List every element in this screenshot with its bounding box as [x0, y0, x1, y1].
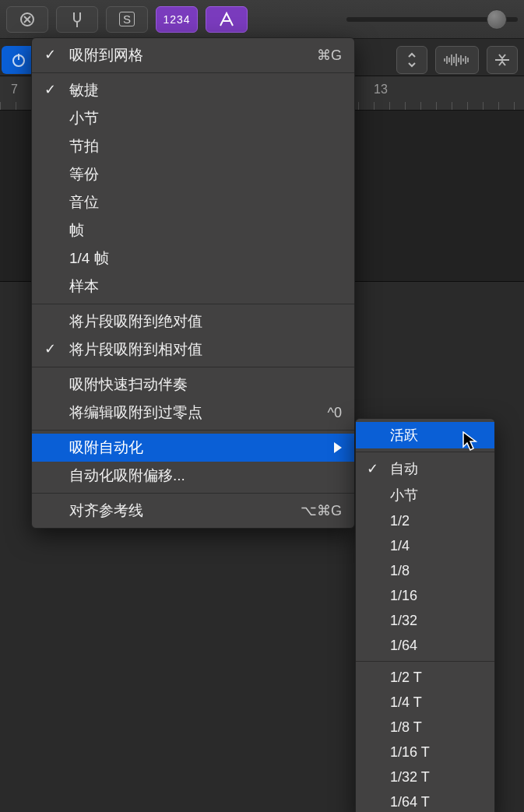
check-icon: ✓: [44, 81, 56, 98]
power-icon: [10, 51, 27, 69]
submenu-1-8t[interactable]: 1/8 T: [356, 715, 494, 740]
automation-button[interactable]: [206, 6, 248, 33]
menu-label: 1/64 T: [390, 794, 430, 810]
check-icon: ✓: [367, 460, 378, 477]
submenu-auto[interactable]: ✓ 自动: [356, 455, 494, 482]
menu-smart[interactable]: ✓ 敏捷: [32, 76, 354, 104]
submenu-arrow-icon: [334, 442, 342, 453]
submenu-1-16[interactable]: 1/16: [356, 583, 494, 608]
close-icon: [20, 12, 34, 26]
waveform-button[interactable]: [435, 46, 479, 74]
menu-snap-to-grid[interactable]: ✓ 吸附到网格 ⌘G: [32, 41, 354, 69]
menu-snap-zero[interactable]: 将编辑吸附到过零点 ^0: [32, 399, 354, 427]
vcenter-button[interactable]: [487, 46, 518, 74]
close-button[interactable]: [6, 6, 48, 33]
updown-icon: [406, 51, 417, 69]
menu-shortcut: ^0: [328, 405, 342, 421]
menu-snap-automation[interactable]: 吸附自动化: [32, 434, 354, 462]
menu-separator: [32, 430, 354, 431]
submenu-1-32t[interactable]: 1/32 T: [356, 765, 494, 789]
zoom-slider-knob[interactable]: [487, 9, 507, 30]
submenu-1-16t[interactable]: 1/16 T: [356, 740, 494, 765]
menu-label: 样本: [69, 276, 99, 297]
menu-label: 小节: [69, 108, 99, 128]
menu-label: 1/2 T: [390, 670, 422, 686]
menu-label: 1/4 帧: [69, 248, 109, 269]
tuning-fork-icon: [70, 11, 84, 28]
submenu-1-2[interactable]: 1/2: [356, 508, 494, 533]
menu-label: 对齐参考线: [69, 501, 143, 521]
menu-label: 1/2: [390, 513, 410, 529]
solo-button[interactable]: S: [106, 6, 148, 33]
menu-label: 小节: [390, 486, 418, 504]
menu-label: 自动化吸附偏移...: [69, 466, 185, 486]
menu-label: 音位: [69, 192, 99, 213]
menu-label: 吸附到网格: [69, 45, 143, 65]
submenu-1-64t[interactable]: 1/64 T: [356, 789, 494, 812]
check-icon: ✓: [44, 340, 56, 357]
vcenter-icon: [494, 52, 511, 68]
menu-label: 1/32 T: [390, 769, 430, 786]
menu-separator: [32, 493, 354, 494]
submenu-1-2t[interactable]: 1/2 T: [356, 665, 494, 690]
menu-label: 节拍: [69, 136, 99, 156]
menu-label: 1/8: [390, 563, 410, 579]
snap-automation-submenu: 活跃 ✓ 自动 小节 1/2 1/4 1/8 1/16 1/32 1/64 1/…: [355, 418, 495, 812]
submenu-1-8[interactable]: 1/8: [356, 558, 494, 583]
ruler-marker-13: 13: [374, 83, 388, 97]
menu-quarter-frames[interactable]: 1/4 帧: [32, 244, 354, 272]
waveform-icon: [443, 53, 471, 67]
menu-separator: [32, 367, 354, 367]
menu-label: 吸附快速扫动伴奏: [69, 374, 188, 395]
menu-division[interactable]: 等份: [32, 160, 354, 188]
menu-frames[interactable]: 帧: [32, 216, 354, 244]
menu-separator: [356, 661, 494, 662]
submenu-1-4[interactable]: 1/4: [356, 533, 494, 558]
menu-samples[interactable]: 样本: [32, 272, 354, 301]
snap-button[interactable]: 1234: [156, 6, 198, 33]
menu-shortcut: ⌥⌘G: [301, 502, 342, 519]
menu-label: 帧: [69, 220, 84, 241]
menu-label: 吸附自动化: [69, 438, 143, 458]
menu-label: 1/32: [390, 613, 417, 629]
menu-snap-relative[interactable]: ✓ 将片段吸附到相对值: [32, 336, 354, 364]
snap-context-menu: ✓ 吸附到网格 ⌘G ✓ 敏捷 小节 节拍 等份 音位 帧 1/4 帧 样本 将…: [31, 37, 355, 529]
automation-icon: [219, 12, 234, 27]
menu-label: 将编辑吸附到过零点: [69, 402, 202, 423]
menu-snap-scrub[interactable]: 吸附快速扫动伴奏: [32, 371, 354, 399]
menu-label: 1/4: [390, 538, 410, 554]
menu-label: 等份: [69, 164, 99, 185]
submenu-1-64[interactable]: 1/64: [356, 633, 494, 658]
menu-label: 活跃: [390, 426, 418, 445]
updown-button[interactable]: [396, 46, 427, 74]
menu-label: 将片段吸附到相对值: [69, 339, 202, 360]
menu-bar[interactable]: 小节: [32, 104, 354, 132]
submenu-active[interactable]: 活跃: [356, 422, 494, 448]
snap-label: 1234: [163, 13, 190, 26]
submenu-1-4t[interactable]: 1/4 T: [356, 690, 494, 715]
tuning-fork-button[interactable]: [56, 6, 98, 33]
menu-separator: [356, 452, 494, 452]
menu-label: 1/16 T: [390, 744, 430, 761]
menu-label: 1/4 T: [390, 694, 422, 711]
menu-label: 将片段吸附到绝对值: [69, 311, 202, 332]
menu-guides[interactable]: 对齐参考线 ⌥⌘G: [32, 497, 354, 525]
ruler-marker-7: 7: [11, 83, 18, 97]
zoom-slider[interactable]: [346, 17, 518, 22]
submenu-1-32[interactable]: 1/32: [356, 608, 494, 633]
menu-label: 敏捷: [69, 80, 99, 100]
menu-label: 1/64: [390, 638, 417, 654]
menu-separator: [32, 72, 354, 73]
top-toolbar: S 1234: [0, 0, 524, 39]
menu-label: 1/8 T: [390, 719, 422, 736]
menu-beat[interactable]: 节拍: [32, 132, 354, 160]
submenu-bar[interactable]: 小节: [356, 482, 494, 508]
menu-snap-absolute[interactable]: 将片段吸附到绝对值: [32, 308, 354, 336]
menu-ticks[interactable]: 音位: [32, 188, 354, 216]
menu-automation-offset[interactable]: 自动化吸附偏移...: [32, 462, 354, 490]
menu-separator: [32, 304, 354, 304]
menu-label: 自动: [390, 459, 418, 478]
solo-label: S: [119, 12, 135, 26]
menu-label: 1/16: [390, 588, 417, 604]
check-icon: ✓: [44, 46, 56, 63]
